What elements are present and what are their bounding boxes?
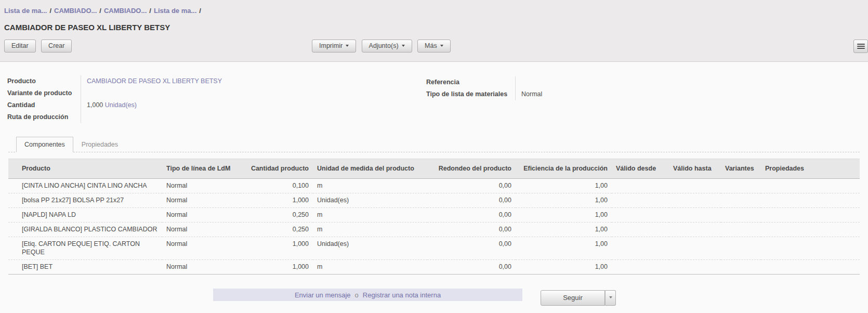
cell-uom[interactable]: Unidad(es) bbox=[313, 237, 427, 260]
cell-efficiency[interactable]: 1,00 bbox=[516, 260, 612, 275]
cell-line-type[interactable]: Normal bbox=[162, 208, 240, 223]
quantity-label: Cantidad bbox=[7, 99, 81, 111]
cell-properties[interactable] bbox=[761, 223, 860, 237]
cell-qty[interactable]: 0,250 bbox=[240, 208, 313, 223]
cell-rounding[interactable]: 0,00 bbox=[427, 260, 516, 275]
table-row[interactable]: [NAPLD] NAPA LD Normal 0,250 m 0,00 1,00 bbox=[8, 208, 860, 223]
log-note-link[interactable]: Registrar una nota interna bbox=[363, 291, 441, 299]
cell-rounding[interactable]: 0,00 bbox=[427, 193, 516, 208]
cell-valid-to[interactable] bbox=[669, 179, 721, 193]
tab-propiedades[interactable]: Propiedades bbox=[73, 137, 126, 152]
cell-qty[interactable]: 1,000 bbox=[240, 260, 313, 275]
cell-valid-to[interactable] bbox=[669, 260, 721, 275]
cell-variants[interactable] bbox=[721, 237, 761, 260]
cell-properties[interactable] bbox=[761, 179, 860, 193]
caret-down-icon bbox=[346, 45, 349, 47]
cell-uom[interactable]: Unidad(es) bbox=[313, 193, 427, 208]
cell-variants[interactable] bbox=[721, 179, 761, 193]
cell-efficiency[interactable]: 1,00 bbox=[516, 223, 612, 237]
uom-link[interactable]: Unidad(es) bbox=[105, 101, 137, 109]
col-header-valido-hasta[interactable]: Válido hasta bbox=[669, 159, 721, 179]
cell-efficiency[interactable]: 1,00 bbox=[516, 237, 612, 260]
cell-qty[interactable]: 0,250 bbox=[240, 223, 313, 237]
cell-valid-to[interactable] bbox=[669, 237, 721, 260]
cell-uom[interactable]: m bbox=[313, 223, 427, 237]
col-header-producto[interactable]: Producto bbox=[8, 159, 162, 179]
cell-uom[interactable]: m bbox=[313, 179, 427, 193]
cell-properties[interactable] bbox=[761, 260, 860, 275]
cell-valid-to[interactable] bbox=[669, 208, 721, 223]
cell-properties[interactable] bbox=[761, 208, 860, 223]
table-row[interactable]: [Etiq. CARTON PEQUE] ETIQ. CARTON PEQUE … bbox=[8, 237, 860, 260]
cell-line-type[interactable]: Normal bbox=[162, 223, 240, 237]
follow-button[interactable]: Seguir bbox=[541, 290, 605, 306]
cell-efficiency[interactable]: 1,00 bbox=[516, 193, 612, 208]
tab-componentes[interactable]: Componentes bbox=[16, 137, 73, 152]
cell-product[interactable]: [BET] BET bbox=[8, 260, 162, 275]
edit-button[interactable]: Editar bbox=[4, 40, 36, 53]
cell-rounding[interactable]: 0,00 bbox=[427, 208, 516, 223]
table-row[interactable]: [GIRALDA BLANCO] PLASTICO CAMBIADOR Norm… bbox=[8, 223, 860, 237]
cell-rounding[interactable]: 0,00 bbox=[427, 179, 516, 193]
cell-rounding[interactable]: 0,00 bbox=[427, 237, 516, 260]
cell-line-type[interactable]: Normal bbox=[162, 237, 240, 260]
cell-product[interactable]: [Etiq. CARTON PEQUE] ETIQ. CARTON PEQUE bbox=[8, 237, 162, 260]
cell-properties[interactable] bbox=[761, 237, 860, 260]
cell-line-type[interactable]: Normal bbox=[162, 260, 240, 275]
cell-variants[interactable] bbox=[721, 208, 761, 223]
cell-variants[interactable] bbox=[721, 260, 761, 275]
cell-efficiency[interactable]: 1,00 bbox=[516, 179, 612, 193]
cell-variants[interactable] bbox=[721, 193, 761, 208]
table-row[interactable]: [BET] BET Normal 1,000 m 0,00 1,00 bbox=[8, 260, 860, 275]
cell-product[interactable]: [NAPLD] NAPA LD bbox=[8, 208, 162, 223]
col-header-tipo-linea[interactable]: Tipo de línea de LdM bbox=[162, 159, 240, 179]
cell-rounding[interactable]: 0,00 bbox=[427, 223, 516, 237]
sidebar-toggle-button[interactable] bbox=[853, 40, 868, 53]
cell-product[interactable]: [bolsa PP 21x27] BOLSA PP 21x27 bbox=[8, 193, 162, 208]
col-header-propiedades[interactable]: Propiedades bbox=[761, 159, 860, 179]
cell-uom[interactable]: m bbox=[313, 260, 427, 275]
cell-qty[interactable]: 1,000 bbox=[240, 237, 313, 260]
breadcrumb-separator: / bbox=[196, 7, 204, 15]
col-header-cantidad[interactable]: Cantidad producto bbox=[240, 159, 313, 179]
more-button[interactable]: Más bbox=[417, 40, 451, 53]
variant-label: Variante de producto bbox=[7, 87, 81, 99]
breadcrumb-item[interactable]: CAMBIADO... bbox=[104, 7, 147, 15]
cell-efficiency[interactable]: 1,00 bbox=[516, 208, 612, 223]
create-button[interactable]: Crear bbox=[41, 40, 72, 53]
cell-line-type[interactable]: Normal bbox=[162, 179, 240, 193]
cell-qty[interactable]: 0,100 bbox=[240, 179, 313, 193]
cell-valid-to[interactable] bbox=[669, 223, 721, 237]
follow-dropdown-toggle[interactable] bbox=[605, 290, 616, 306]
col-header-unidad-medida[interactable]: Unidad de medida del producto bbox=[313, 159, 427, 179]
cell-valid-from[interactable] bbox=[612, 193, 669, 208]
cell-product[interactable]: [CINTA LINO ANCHA] CINTA LINO ANCHA bbox=[8, 179, 162, 193]
cell-variants[interactable] bbox=[721, 223, 761, 237]
col-header-redondeo[interactable]: Redondeo del producto bbox=[427, 159, 516, 179]
send-message-link[interactable]: Enviar un mensaje bbox=[295, 291, 351, 299]
col-header-variantes[interactable]: Variantes bbox=[721, 159, 761, 179]
cell-valid-from[interactable] bbox=[612, 223, 669, 237]
cell-product[interactable]: [GIRALDA BLANCO] PLASTICO CAMBIADOR bbox=[8, 223, 162, 237]
cell-valid-from[interactable] bbox=[612, 260, 669, 275]
cell-properties[interactable] bbox=[761, 193, 860, 208]
table-row[interactable]: [CINTA LINO ANCHA] CINTA LINO ANCHA Norm… bbox=[8, 179, 860, 193]
col-header-valido-desde[interactable]: Válido desde bbox=[612, 159, 669, 179]
cell-qty[interactable]: 1,000 bbox=[240, 193, 313, 208]
product-link[interactable]: CAMBIADOR DE PASEO XL LIBERTY BETSY bbox=[87, 77, 222, 85]
cell-valid-to[interactable] bbox=[669, 193, 721, 208]
cell-line-type[interactable]: Normal bbox=[162, 193, 240, 208]
print-button[interactable]: Imprimir bbox=[312, 40, 356, 53]
breadcrumb-item[interactable]: CAMBIADO... bbox=[54, 7, 97, 15]
cell-valid-from[interactable] bbox=[612, 179, 669, 193]
attachments-button[interactable]: Adjunto(s) bbox=[362, 40, 412, 53]
cell-uom[interactable]: m bbox=[313, 208, 427, 223]
reference-label: Referencia bbox=[426, 76, 516, 88]
cell-valid-from[interactable] bbox=[612, 208, 669, 223]
col-header-eficiencia[interactable]: Eficiencia de la producción bbox=[516, 159, 612, 179]
cell-valid-from[interactable] bbox=[612, 237, 669, 260]
table-row[interactable]: [bolsa PP 21x27] BOLSA PP 21x27 Normal 1… bbox=[8, 193, 860, 208]
follow-button-group: Seguir bbox=[541, 290, 616, 306]
breadcrumb-item[interactable]: Lista de ma... bbox=[154, 7, 196, 15]
breadcrumb-item[interactable]: Lista de ma... bbox=[4, 7, 47, 15]
